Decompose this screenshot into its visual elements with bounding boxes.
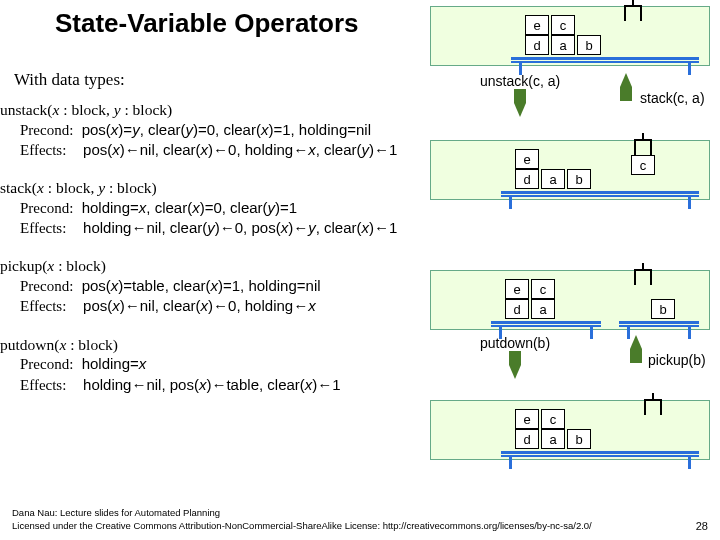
block-d: d xyxy=(505,299,529,319)
precond-text: pos(x)=y, clear(y)=0, clear(x)=1, holdin… xyxy=(82,121,371,138)
arrow-label-stack: stack(c, a) xyxy=(640,90,705,106)
diagram-state-0: de ac b xyxy=(430,6,710,66)
diagram-state-2: de ac b xyxy=(430,270,710,330)
block-c: c xyxy=(631,155,655,175)
effects-text: pos(x)←nil, clear(x)←0, holding←x xyxy=(83,297,316,314)
precond-label: Precond: xyxy=(20,200,73,216)
block-d: d xyxy=(525,35,549,55)
block-a: a xyxy=(551,35,575,55)
block-b: b xyxy=(567,169,591,189)
op-signature: stack(x : block, y : block) xyxy=(0,178,430,198)
precond-text: holding=x xyxy=(82,355,147,372)
block-a: a xyxy=(541,429,565,449)
diagram-state-1: c de a b xyxy=(430,140,710,200)
op-signature: pickup(x : block) xyxy=(0,256,430,276)
block-c: c xyxy=(541,409,565,429)
precond-label: Precond: xyxy=(20,278,73,294)
block-c: c xyxy=(531,279,555,299)
effects-label: Effects: xyxy=(20,142,66,158)
block-e: e xyxy=(525,15,549,35)
op-signature: putdown(x : block) xyxy=(0,335,430,355)
precond-label: Precond: xyxy=(20,356,73,372)
op-unstack: unstack(x : block, y : block) Precond: p… xyxy=(0,100,430,160)
page-number: 28 xyxy=(696,520,708,532)
precond-text: holding=x, clear(x)=0, clear(y)=1 xyxy=(82,199,298,216)
precond-text: pos(x)=table, clear(x)=1, holding=nil xyxy=(82,277,321,294)
block-b: b xyxy=(567,429,591,449)
block-a: a xyxy=(531,299,555,319)
effects-label: Effects: xyxy=(20,220,66,236)
op-putdown: putdown(x : block) Precond: holding=x Ef… xyxy=(0,335,430,395)
operators-list: unstack(x : block, y : block) Precond: p… xyxy=(0,100,430,413)
effects-text: holding←nil, clear(y)←0, pos(x)←y, clear… xyxy=(83,219,397,236)
footer: Dana Nau: Lecture slides for Automated P… xyxy=(12,507,592,532)
arrow-label: unstack(c, a) xyxy=(480,73,560,89)
block-e: e xyxy=(505,279,529,299)
arrow-pickup xyxy=(630,335,642,363)
arrow-label-pickup: pickup(b) xyxy=(648,352,706,368)
op-pickup: pickup(x : block) Precond: pos(x)=table,… xyxy=(0,256,430,316)
footer-line1: Dana Nau: Lecture slides for Automated P… xyxy=(12,507,592,519)
op-stack: stack(x : block, y : block) Precond: hol… xyxy=(0,178,430,238)
effects-text: holding←nil, pos(x)←table, clear(x)←1 xyxy=(83,376,341,393)
gripper-icon xyxy=(621,5,645,23)
block-e: e xyxy=(515,149,539,169)
footer-line2: Licensed under the Creative Commons Attr… xyxy=(12,520,592,532)
block-c: c xyxy=(551,15,575,35)
arrow-unstack: unstack(c, a) xyxy=(480,73,560,117)
arrow-stack xyxy=(620,73,632,101)
arrow-putdown: putdown(b) xyxy=(480,335,550,379)
block-e: e xyxy=(515,409,539,429)
gripper-icon xyxy=(641,399,665,417)
block-b: b xyxy=(651,299,675,319)
gripper-icon xyxy=(631,269,655,287)
effects-text: pos(x)←nil, clear(x)←0, holding←x, clear… xyxy=(83,141,397,158)
precond-label: Precond: xyxy=(20,122,73,138)
diagram-state-3: de ac b xyxy=(430,400,710,460)
effects-label: Effects: xyxy=(20,377,66,393)
block-d: d xyxy=(515,169,539,189)
arrow-label: putdown(b) xyxy=(480,335,550,351)
slide-title: State-Variable Operators xyxy=(55,8,358,39)
slide-subtitle: With data types: xyxy=(14,70,125,90)
effects-label: Effects: xyxy=(20,298,66,314)
block-a: a xyxy=(541,169,565,189)
op-signature: unstack(x : block, y : block) xyxy=(0,100,430,120)
block-b: b xyxy=(577,35,601,55)
block-d: d xyxy=(515,429,539,449)
